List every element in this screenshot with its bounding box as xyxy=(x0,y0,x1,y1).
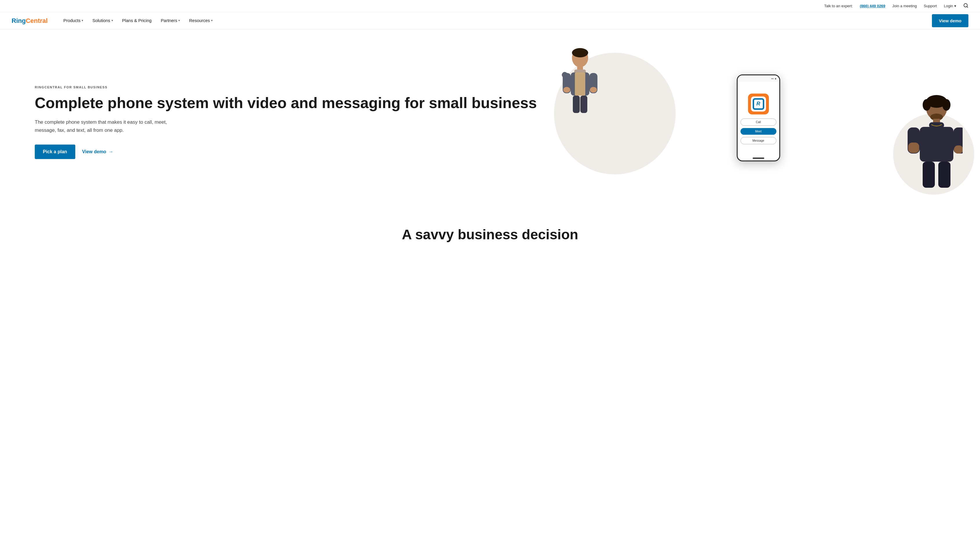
hero-ctas: Pick a plan View demo → xyxy=(35,145,548,159)
nav-item-solutions[interactable]: Solutions ▾ xyxy=(88,13,117,29)
login-button[interactable]: Login ▾ xyxy=(944,4,956,8)
chevron-down-icon: ▾ xyxy=(211,19,213,22)
svg-line-1 xyxy=(967,6,967,7)
hero-subtitle: The complete phone system that makes it … xyxy=(35,118,180,134)
person-front-figure xyxy=(899,93,963,197)
svg-point-11 xyxy=(590,87,597,93)
svg-rect-13 xyxy=(573,96,580,113)
phone-number[interactable]: (866) 449 0269 xyxy=(860,4,885,8)
nav-resources-label: Resources xyxy=(189,18,210,23)
logo[interactable]: RingCentral xyxy=(11,17,48,25)
nav-item-partners[interactable]: Partners ▾ xyxy=(157,13,184,29)
svg-point-3 xyxy=(572,48,588,57)
chevron-down-icon: ▾ xyxy=(954,4,956,8)
wifi-icon: ◈ xyxy=(775,77,776,80)
svg-rect-14 xyxy=(581,96,587,113)
pick-plan-button[interactable]: Pick a plan xyxy=(35,145,75,159)
phone-screen: R Call Meet Message xyxy=(738,82,779,156)
arrow-right-icon: → xyxy=(108,149,113,154)
nav-products-label: Products xyxy=(64,18,81,23)
meet-button: Meet xyxy=(740,128,776,135)
main-nav: RingCentral Products ▾ Solutions ▾ Plans… xyxy=(0,12,980,30)
svg-point-17 xyxy=(923,99,931,111)
nav-partners-label: Partners xyxy=(161,18,177,23)
logo-ring: Ring xyxy=(11,17,26,24)
join-meeting-link[interactable]: Join a meeting xyxy=(892,4,917,8)
search-icon[interactable] xyxy=(963,3,969,9)
nav-item-resources[interactable]: Resources ▾ xyxy=(185,13,216,29)
chevron-down-icon: ▾ xyxy=(111,19,113,22)
person-back-figure xyxy=(557,47,603,122)
svg-rect-26 xyxy=(954,145,963,153)
hero-title: Complete phone system with video and mes… xyxy=(35,95,548,111)
view-demo-link-label: View demo xyxy=(82,149,106,154)
call-button: Call xyxy=(740,118,776,126)
chevron-down-icon: ▾ xyxy=(178,19,180,22)
message-button: Message xyxy=(740,137,776,144)
chevron-down-icon: ▾ xyxy=(82,19,83,22)
talk-label: Talk to an expert: xyxy=(824,4,853,8)
nav-items: Products ▾ Solutions ▾ Plans & Pricing P… xyxy=(59,13,932,29)
hero-image: ▪▪▪ ◈ R Call Meet Message xyxy=(548,47,969,197)
view-demo-link[interactable]: View demo → xyxy=(82,149,113,154)
svg-rect-22 xyxy=(920,127,953,162)
phone-status-bar: ▪▪▪ ◈ xyxy=(738,75,779,82)
svg-rect-25 xyxy=(908,143,919,153)
view-demo-button[interactable]: View demo xyxy=(932,14,969,27)
phone-mockup: ▪▪▪ ◈ R Call Meet Message xyxy=(737,75,780,161)
signal-icon: ▪▪▪ xyxy=(771,77,774,80)
nav-plans-label: Plans & Pricing xyxy=(122,18,152,23)
hero-section: RINGCENTRAL FOR SMALL BUSINESS Complete … xyxy=(0,30,980,209)
hero-content: RINGCENTRAL FOR SMALL BUSINESS Complete … xyxy=(35,86,548,159)
nav-item-plans-pricing[interactable]: Plans & Pricing xyxy=(118,13,156,29)
logo-central: Central xyxy=(26,17,48,24)
nav-item-products[interactable]: Products ▾ xyxy=(59,13,87,29)
svg-point-10 xyxy=(563,87,570,93)
login-label: Login xyxy=(944,4,953,8)
top-bar: Talk to an expert: (866) 449 0269 Join a… xyxy=(0,0,980,12)
phone-home-bar xyxy=(752,158,764,159)
savvy-section: A savvy business decision xyxy=(0,209,980,260)
svg-rect-27 xyxy=(923,162,935,188)
svg-point-18 xyxy=(942,99,950,111)
hero-eyebrow: RINGCENTRAL FOR SMALL BUSINESS xyxy=(35,86,548,89)
support-link[interactable]: Support xyxy=(924,4,937,8)
rc-app-icon: R xyxy=(748,94,769,115)
svg-rect-7 xyxy=(575,72,585,96)
savvy-title: A savvy business decision xyxy=(11,226,969,242)
nav-solutions-label: Solutions xyxy=(92,18,110,23)
svg-rect-28 xyxy=(938,162,950,188)
